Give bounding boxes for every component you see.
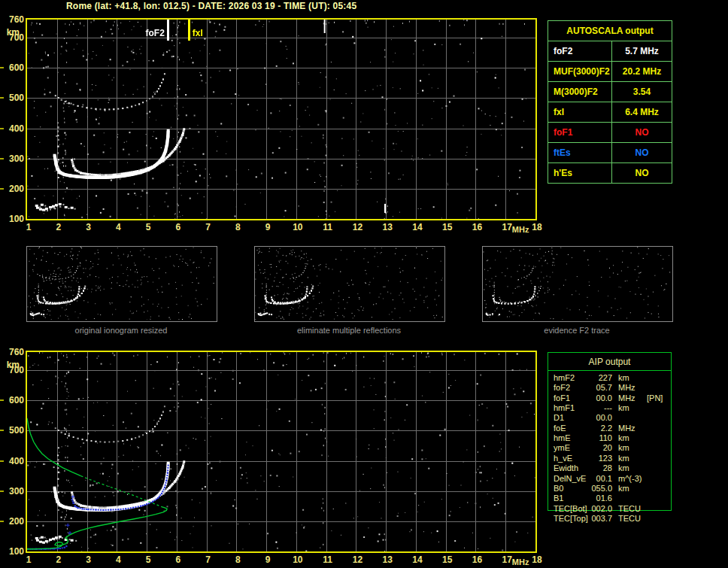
aip-unit: km <box>618 433 629 442</box>
aip-header: AIP output <box>548 357 672 367</box>
aip-unit: km <box>618 443 629 452</box>
autoscala-row: foF1NO <box>548 123 672 143</box>
aip-unit: km <box>618 463 629 472</box>
autoscala-header: AUTOSCALA output <box>548 21 672 41</box>
aip-row: foF100.0MHz[PN] <box>548 393 680 403</box>
y-tick-label: 300 <box>2 153 24 164</box>
aip-label: B1 <box>554 494 563 503</box>
y-axis-edge-tick <box>0 491 4 492</box>
autoscala-row: M(3000)F23.54 <box>548 82 672 102</box>
y-axis-edge-tick <box>0 188 4 190</box>
y-tick-label: 400 <box>2 456 24 466</box>
y-tick-label: 200 <box>2 184 24 194</box>
x-tick-label: 6 <box>169 554 187 565</box>
autoscala-label: h'Es <box>554 163 572 183</box>
x-tick-label: 4 <box>109 554 127 565</box>
y-axis-edge-tick <box>0 521 4 522</box>
aip-value: 003.7 <box>569 514 612 523</box>
aip-row: foF205.7MHz <box>548 383 680 393</box>
y-tick-label: 500 <box>2 93 24 103</box>
thumbnail-canvas-original <box>27 247 215 320</box>
x-axis-unit-label: MHz <box>508 557 533 566</box>
x-tick-label: 12 <box>348 222 366 232</box>
y-axis-edge-tick <box>0 67 4 68</box>
autoscala-label: MUF(3000)F2 <box>554 62 610 81</box>
aip-row: Ewidth28km <box>548 463 680 473</box>
aip-value: 055.0 <box>569 484 612 493</box>
x-tick-label: 9 <box>259 222 277 232</box>
aip-value: 123 <box>569 454 612 463</box>
x-tick-label: 9 <box>259 554 277 565</box>
autoscala-label: foF1 <box>554 123 572 142</box>
aip-value: 227 <box>569 373 612 382</box>
aip-header-divider <box>548 370 671 371</box>
x-tick-label: 3 <box>80 222 98 232</box>
x-axis-unit-label: MHz <box>508 225 533 234</box>
ionogram-canvas-top <box>27 20 535 219</box>
aip-row: ymE20km <box>548 443 680 453</box>
x-tick-label: 7 <box>199 222 217 232</box>
y-tick-label: 600 <box>2 62 24 73</box>
aip-row: TEC[Bot]002.0TECU <box>548 504 680 514</box>
aip-row: D100.0 <box>548 413 680 423</box>
thumbnail-panel-eliminate <box>254 246 445 322</box>
thumbnail-canvas-evidence <box>483 247 671 320</box>
autoscala-value: 20.2 MHz <box>611 62 672 81</box>
autoscala-value: 6.4 MHz <box>611 102 672 122</box>
thumbnail-caption-eliminate: eliminate multiple reflections <box>254 326 444 335</box>
autoscala-value: NO <box>611 163 672 183</box>
x-tick-label: 11 <box>319 222 337 232</box>
y-axis-edge-tick <box>0 128 4 129</box>
aip-unit: km <box>618 373 629 382</box>
autoscala-label: foF2 <box>554 41 572 61</box>
aip-unit: km <box>618 403 629 412</box>
aip-row: h_vE123km <box>548 454 680 463</box>
ionogram-plot-top-border <box>26 18 537 220</box>
marker-label-foF2: foF2 <box>140 28 165 38</box>
aip-unit: TECU <box>618 504 641 513</box>
aip-row: B0055.0km <box>548 484 680 494</box>
aip-unit: TECU <box>618 514 641 523</box>
aip-row: DelN_vE00.1m^(-3) <box>548 474 680 484</box>
y-tick-label: 100 <box>2 214 24 224</box>
autoscala-row: h'EsNO <box>548 163 672 183</box>
x-tick-label: 14 <box>408 222 426 232</box>
autoscala-value: 3.54 <box>611 82 672 102</box>
x-tick-label: 3 <box>80 554 98 565</box>
y-tick-label: 200 <box>2 516 24 527</box>
aip-label: D1 <box>554 413 564 422</box>
y-axis-edge-tick <box>0 97 4 99</box>
aip-row: B101.6 <box>548 494 680 503</box>
aip-unit: km <box>618 484 629 493</box>
thumbnail-panel-evidence <box>482 246 673 322</box>
x-tick-label: 16 <box>468 554 486 565</box>
thumbnail-canvas-eliminate <box>255 247 443 320</box>
autoscala-value: NO <box>611 123 672 142</box>
aip-label: foF1 <box>554 393 570 402</box>
autoscala-row: ftEsNO <box>548 143 672 163</box>
aip-row: hmF1---km <box>548 403 680 413</box>
autoscala-label: M(3000)F2 <box>554 82 598 102</box>
y-tick-label: 100 <box>2 546 24 557</box>
aip-label: ymE <box>554 443 570 452</box>
autoscala-row: fxI6.4 MHz <box>548 102 672 123</box>
autoscala-row: foF25.7 MHz <box>548 41 672 62</box>
y-axis-unit-label: km <box>2 360 20 370</box>
y-tick-label: 500 <box>2 425 24 436</box>
autoscala-row: MUF(3000)F220.2 MHz <box>548 62 672 82</box>
aip-value: 00.0 <box>569 413 612 422</box>
autoscala-label: fxI <box>554 102 564 122</box>
aip-value: 28 <box>569 463 612 472</box>
page-title: Rome (lat: +41.8, lon: 012.5) - DATE: 20… <box>66 1 356 11</box>
x-tick-label: 15 <box>438 222 457 232</box>
x-tick-label: 13 <box>378 554 396 565</box>
aip-note: [PN] <box>647 393 663 402</box>
x-tick-label: 14 <box>408 554 426 565</box>
y-tick-label: 760 <box>2 347 24 357</box>
x-tick-label: 6 <box>169 222 187 232</box>
aip-row: hmF2227km <box>548 373 680 383</box>
autoscala-window: Rome (lat: +41.8, lon: 012.5) - DATE: 20… <box>0 0 728 568</box>
x-tick-label: 10 <box>289 222 307 232</box>
aip-value: 00.0 <box>569 393 612 402</box>
autoscala-panel: AUTOSCALA output foF25.7 MHzMUF(3000)F22… <box>548 20 672 184</box>
